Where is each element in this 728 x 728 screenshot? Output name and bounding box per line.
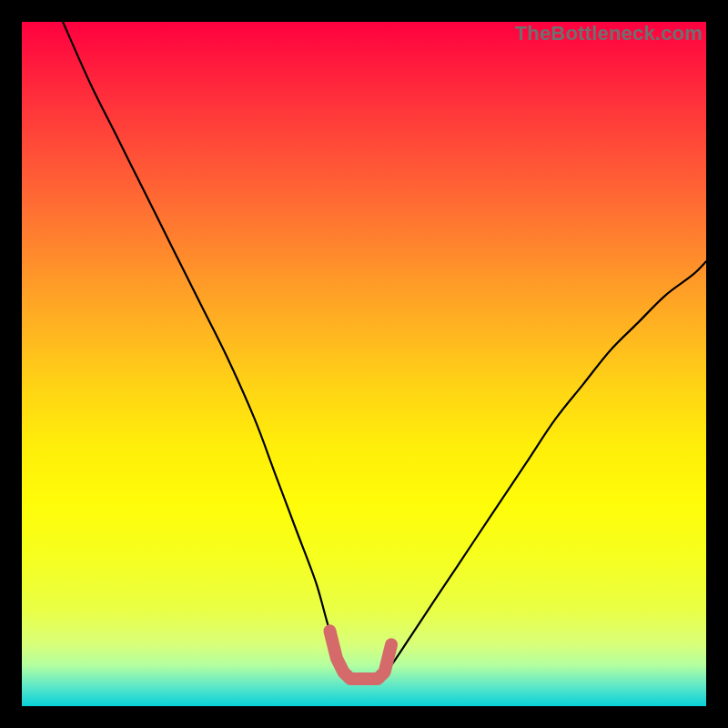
- chart-frame: TheBottleneck.com: [0, 0, 728, 728]
- plot-area: TheBottleneck.com: [22, 22, 706, 706]
- optimal-range-marker-path: [329, 631, 391, 679]
- chart-svg: [22, 22, 706, 706]
- bottleneck-curve-path: [63, 22, 706, 681]
